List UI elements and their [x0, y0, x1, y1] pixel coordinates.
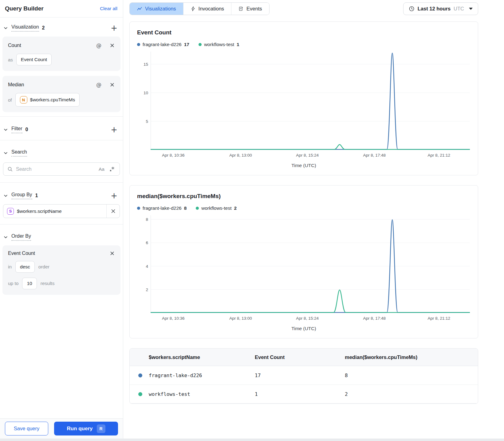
- alias-chip[interactable]: Event Count: [16, 54, 52, 65]
- chevron-down-icon[interactable]: [4, 26, 8, 30]
- chevron-down-icon[interactable]: [4, 151, 8, 155]
- add-filter-button[interactable]: +: [111, 126, 117, 134]
- divider: [0, 182, 123, 183]
- close-icon[interactable]: [109, 43, 115, 48]
- search-input[interactable]: [16, 166, 95, 172]
- timezone-label: UTC: [454, 6, 464, 12]
- column-header-event-count: Event Count: [255, 354, 345, 360]
- legend-item[interactable]: fragrant-lake-d22617: [137, 42, 189, 47]
- y-tick-label: 2: [137, 287, 148, 292]
- x-tick-label: Apr 8, 15:24: [296, 153, 319, 158]
- page-title: Query Builder: [5, 5, 44, 12]
- save-query-button[interactable]: Save query: [5, 422, 48, 435]
- group-by-item[interactable]: S $workers.scriptName: [3, 204, 120, 218]
- legend-item[interactable]: fragrant-lake-d2268: [137, 205, 187, 211]
- event-count-cell: 17: [255, 373, 345, 378]
- keyboard-shortcut-badge: R: [97, 424, 105, 433]
- y-tick-label: 10: [137, 90, 148, 95]
- order-label: order: [38, 264, 49, 270]
- section-visualization: Visualization 2 +: [2, 18, 120, 36]
- legend-series-total: 2: [234, 205, 237, 211]
- close-icon[interactable]: [107, 208, 120, 214]
- table-row[interactable]: fragrant-lake-d226 17 8: [130, 366, 478, 385]
- legend-dot: [137, 207, 140, 210]
- search-icon: [7, 166, 13, 172]
- in-label: in: [8, 264, 12, 270]
- results-table-card: $workers.scriptName Event Count median($…: [129, 348, 478, 404]
- section-order-by: Order By: [2, 227, 120, 245]
- clear-all-button[interactable]: Clear all: [100, 6, 117, 11]
- section-title-search[interactable]: Search: [11, 149, 27, 157]
- section-title-filter[interactable]: Filter: [11, 126, 22, 133]
- tab-invocations[interactable]: Invocations: [183, 3, 231, 15]
- string-field-icon: S: [7, 208, 14, 215]
- group-by-count: 1: [35, 193, 38, 198]
- legend-item[interactable]: workflows-test1: [199, 42, 239, 47]
- regex-icon[interactable]: [108, 166, 116, 173]
- column-header-script-name: $workers.scriptName: [130, 354, 255, 360]
- chevron-down-icon[interactable]: [4, 128, 8, 132]
- limit-chip[interactable]: 10: [22, 278, 37, 289]
- close-icon[interactable]: [109, 82, 115, 88]
- aggregation-label: Median: [8, 82, 24, 88]
- series-color-dot: [138, 392, 142, 396]
- run-query-button[interactable]: Run query R: [54, 422, 118, 435]
- sidebar-body: Visualization 2 + Count @ as Event Count…: [0, 18, 123, 418]
- visualization-card-count: Count @ as Event Count: [2, 37, 120, 71]
- field-chip[interactable]: N $workers.cpuTimeMs: [15, 93, 80, 107]
- section-title-order-by[interactable]: Order By: [11, 233, 31, 241]
- at-mention-icon[interactable]: @: [96, 42, 102, 49]
- results-label: results: [41, 281, 55, 286]
- main-content: Visualizations Invocations Events Last 1…: [123, 0, 504, 439]
- run-query-label: Run query: [67, 426, 93, 432]
- topbar: Visualizations Invocations Events Last 1…: [129, 2, 478, 15]
- chevron-down-icon[interactable]: [4, 235, 8, 239]
- y-tick-label: 15: [137, 62, 148, 66]
- divider: [0, 116, 123, 117]
- time-range-selector[interactable]: Last 12 hours UTC: [403, 2, 478, 15]
- y-tick-label: 5: [137, 119, 148, 123]
- tab-group: Visualizations Invocations Events: [129, 2, 270, 15]
- at-mention-icon[interactable]: @: [96, 81, 102, 88]
- event-count-cell: 1: [255, 391, 345, 397]
- x-tick-label: Apr 8, 10:36: [162, 153, 185, 158]
- x-tick-label: Apr 8, 17:48: [363, 153, 386, 158]
- chart-title: median($workers.cpuTimeMs): [137, 193, 471, 200]
- x-tick-label: Apr 8, 21:12: [427, 316, 450, 321]
- tab-events[interactable]: Events: [231, 3, 269, 15]
- table-header: $workers.scriptName Event Count median($…: [130, 349, 478, 366]
- y-tick-label: 4: [137, 264, 148, 268]
- chevron-down-icon[interactable]: [4, 194, 8, 198]
- sidebar-footer: Save query Run query R: [0, 418, 123, 439]
- order-by-card: Event Count in desc order up to 10 resul…: [2, 245, 120, 295]
- series-color-dot: [138, 373, 142, 377]
- app: Query Builder Clear all Visualization 2 …: [0, 0, 504, 439]
- legend-series-name: fragrant-lake-d226: [143, 205, 182, 211]
- tab-visualizations[interactable]: Visualizations: [130, 3, 183, 15]
- chart-canvas: [151, 52, 470, 150]
- legend-dot: [137, 43, 140, 46]
- add-group-by-button[interactable]: +: [111, 192, 117, 200]
- table-row[interactable]: workflows-test 1 2: [130, 385, 478, 404]
- close-icon[interactable]: [109, 251, 115, 256]
- section-title-visualization[interactable]: Visualization: [11, 24, 39, 32]
- section-title-group-by[interactable]: Group By: [11, 192, 32, 199]
- section-filter: Filter 0 +: [2, 119, 120, 138]
- chart-canvas: [151, 215, 470, 313]
- x-tick-label: Apr 8, 13:00: [229, 153, 252, 158]
- sort-direction-chip[interactable]: desc: [15, 261, 35, 273]
- legend-series-total: 8: [184, 205, 187, 211]
- lightning-icon: [191, 6, 196, 11]
- up-to-label: up to: [8, 281, 18, 286]
- legend-series-total: 1: [237, 42, 239, 47]
- x-tick-label: Apr 8, 13:00: [229, 316, 252, 321]
- legend-series-name: workflows-test: [201, 205, 231, 211]
- caret-down-icon: [469, 8, 473, 10]
- chart-plot[interactable]: 2468Apr 8, 10:36Apr 8, 13:00Apr 8, 15:24…: [151, 215, 470, 324]
- chart-plot[interactable]: 51015Apr 8, 10:36Apr 8, 13:00Apr 8, 15:2…: [151, 52, 470, 161]
- add-visualization-button[interactable]: +: [111, 24, 117, 32]
- match-case-icon[interactable]: Aa: [98, 166, 105, 173]
- median-cell: 8: [345, 373, 478, 378]
- legend-item[interactable]: workflows-test2: [196, 205, 237, 211]
- clock-icon: [409, 6, 415, 12]
